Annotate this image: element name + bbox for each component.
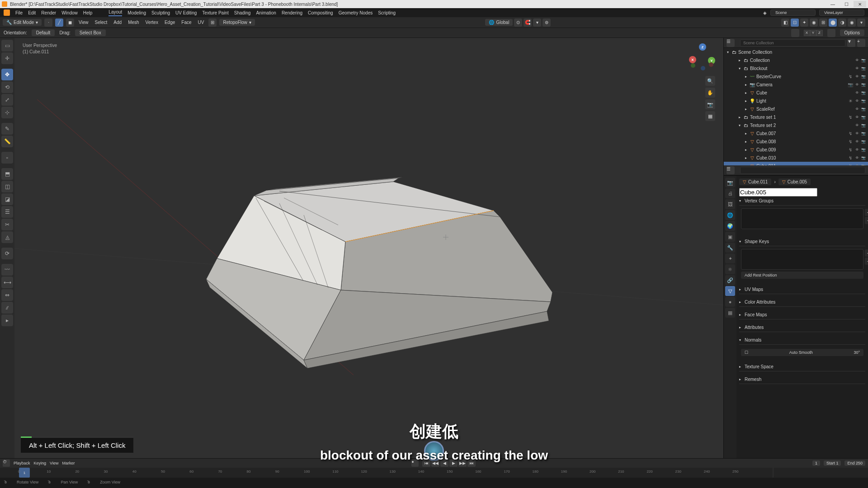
smooth-tool[interactable]: 〰	[1, 264, 13, 276]
menu-view[interactable]: View	[77, 19, 90, 26]
outliner-row[interactable]: ▾🗀Texture set 2👁📷	[724, 121, 868, 129]
cursor-tool[interactable]: ✛	[1, 52, 13, 64]
shading-dropdown[interactable]: ▾	[857, 19, 865, 27]
overlay-toggle[interactable]: ◉	[810, 19, 818, 27]
outliner-row[interactable]: ▾🗀Blockout👁📷	[724, 64, 868, 72]
transform-tool[interactable]: ⊹	[1, 107, 13, 118]
close-button[interactable]: ✕	[854, 1, 866, 7]
section-uv-maps[interactable]: ▸UV Maps	[739, 285, 865, 294]
tab-render[interactable]: 📷	[725, 178, 735, 188]
minimize-button[interactable]: —	[826, 1, 839, 7]
outliner-row[interactable]: ▸〰BezierCurve↯👁📷	[724, 72, 868, 80]
end-frame-field[interactable]: End 250	[844, 460, 865, 466]
remove-icon[interactable]: −	[865, 258, 868, 265]
tab-mesh-data[interactable]: ▽	[725, 286, 735, 296]
axis-neg-x-icon[interactable]	[709, 62, 713, 67]
retopo-icon[interactable]: ⊞	[208, 19, 217, 27]
annotate-tool[interactable]: ✎	[1, 123, 13, 135]
shape-keys-list[interactable]: +−	[741, 249, 863, 270]
tab-scene[interactable]: 🌐	[725, 210, 735, 220]
playhead[interactable]: 1	[19, 468, 30, 478]
section-face-maps[interactable]: ▸Face Maps	[739, 310, 865, 319]
outliner-row[interactable]: ▸📷Camera📷👁📷	[724, 80, 868, 89]
timeline-ruler[interactable]: 1 01020304050607080901001101201301401501…	[0, 468, 868, 478]
axis-x-icon[interactable]: X	[689, 56, 696, 63]
tab-object[interactable]: ▣	[725, 232, 735, 242]
camera-icon[interactable]: 📷	[705, 99, 715, 109]
menu-face[interactable]: Face	[179, 19, 193, 26]
mesh-edit-mode-icon[interactable]: ◧	[781, 19, 789, 27]
workspace-modeling[interactable]: Modeling	[127, 10, 146, 15]
extrude-tool[interactable]: ⬒	[1, 168, 13, 180]
move-tool[interactable]: ✥	[1, 69, 13, 80]
zoom-icon[interactable]: 🔍	[705, 76, 715, 86]
knife-tool[interactable]: ✂	[1, 219, 13, 230]
axis-neg-z-icon[interactable]	[701, 66, 705, 70]
menu-select[interactable]: Select	[93, 19, 109, 26]
menu-edge[interactable]: Edge	[163, 19, 177, 26]
3d-viewport[interactable]: User Perspective (1) Cube.011 Z Y X 🔍 ✋ …	[14, 38, 723, 458]
outliner[interactable]: ▾🗀 Scene Collection ▸🗀Collection👁📷▾🗀Bloc…	[724, 48, 868, 165]
shrink-tool[interactable]: ⇔	[1, 289, 13, 301]
options-dropdown[interactable]: Options	[840, 29, 864, 36]
menu-help[interactable]: Help	[83, 10, 93, 15]
blender-logo-icon[interactable]	[4, 9, 10, 16]
maximize-button[interactable]: ☐	[840, 1, 853, 7]
shading-wireframe[interactable]: ⊞	[819, 19, 827, 27]
section-shape-keys[interactable]: ▾Shape Keys	[739, 237, 865, 246]
tab-texture[interactable]: ▦	[725, 308, 735, 318]
workspace-geonodes[interactable]: Geometry Nodes	[339, 10, 373, 15]
menu-add[interactable]: Add	[112, 19, 123, 26]
outliner-new-collection[interactable]: +	[857, 39, 865, 47]
pivot-dropdown[interactable]: ⊙	[514, 19, 522, 27]
auto-smooth-checkbox[interactable]: ☐	[745, 350, 748, 355]
bevel-tool[interactable]: ◪	[1, 193, 13, 205]
menu-view-tl[interactable]: View	[50, 461, 58, 465]
tab-constraints[interactable]: 🔗	[725, 275, 735, 285]
workspace-layout[interactable]: Layout	[108, 9, 122, 16]
shading-matprev[interactable]: ◑	[838, 19, 846, 27]
breadcrumb-object[interactable]: Cube.011	[748, 179, 768, 184]
polybuild-tool[interactable]: ◬	[1, 231, 13, 243]
menu-window[interactable]: Window	[61, 10, 78, 15]
viewlayer-dropdown[interactable]: ViewLayer	[819, 9, 864, 16]
snap-toggle[interactable]: 🧲	[524, 19, 532, 27]
outliner-search[interactable]	[740, 39, 845, 47]
menu-keying[interactable]: Keying	[34, 461, 47, 465]
workspace-rendering[interactable]: Rendering	[282, 10, 302, 15]
section-vertex-groups[interactable]: ▾Vertex Groups	[739, 197, 865, 206]
section-color-attributes[interactable]: ▸Color Attributes	[739, 298, 865, 307]
gizmo-toggle[interactable]: ✦	[800, 19, 808, 27]
tab-viewlayer[interactable]: 🖼	[725, 199, 735, 209]
loopcut-tool[interactable]: ☰	[1, 206, 13, 218]
menu-marker[interactable]: Marker	[62, 461, 75, 465]
menu-render[interactable]: Render	[41, 10, 56, 15]
workspace-shading[interactable]: Shading	[234, 10, 251, 15]
tab-world[interactable]: 🌍	[725, 221, 735, 231]
proportional-toggle[interactable]: ⊚	[542, 19, 551, 27]
tab-modifiers[interactable]: 🔧	[725, 243, 735, 253]
mirror-x[interactable]: X	[804, 30, 810, 36]
shading-solid[interactable]: ⬤	[829, 19, 837, 27]
inset-tool[interactable]: ◫	[1, 181, 13, 192]
menu-playback[interactable]: Playback	[14, 461, 30, 465]
face-select-mode[interactable]: ◼	[66, 19, 74, 27]
outliner-root[interactable]: ▾🗀 Scene Collection	[724, 48, 868, 56]
outliner-row[interactable]: ▸▽Cube.010↯👁📷	[724, 154, 868, 162]
timeline-editor-icon[interactable]: ⏱	[3, 460, 10, 467]
outliner-row[interactable]: ▸▽Cube.009↯👁📷	[724, 145, 868, 154]
menu-edit[interactable]: Edit	[28, 10, 36, 15]
toggle-xray[interactable]: ⊡	[791, 19, 799, 27]
workspace-sculpting[interactable]: Sculpting	[151, 10, 170, 15]
menu-uv[interactable]: UV	[196, 19, 206, 26]
drag-field[interactable]: Select Box	[75, 29, 106, 36]
select-box-tool[interactable]: ▭	[1, 40, 13, 52]
workspace-compositing[interactable]: Compositing	[308, 10, 333, 15]
properties-editor-icon[interactable]: ☰	[726, 166, 735, 174]
start-frame-field[interactable]: Start 1	[824, 460, 841, 466]
outliner-row[interactable]: ▸🗀Texture set 1↯👁📷	[724, 113, 868, 121]
spin-tool[interactable]: ⟳	[1, 248, 13, 259]
add-cube-tool[interactable]: ▫	[1, 152, 13, 164]
outliner-display-mode[interactable]: ☰	[726, 39, 735, 47]
shading-rendered[interactable]: ◉	[848, 19, 856, 27]
